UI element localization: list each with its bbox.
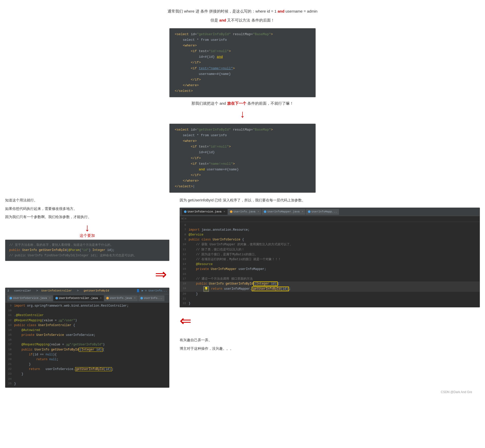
lcontent-19: 💡 return userInfoMapper.getUserInfoById(… [189,286,479,292]
arrow-left-section: ⇐ [180,313,480,329]
line-content-20: return null; [14,357,168,362]
lcontent-7: import javax.annotation.Resource; [189,228,479,232]
tab-close-userinfo-r[interactable]: × [257,210,259,214]
lnum-12: 12 [181,252,189,257]
line-content-10 [14,308,168,313]
line-num-13: 13 [6,323,14,328]
line-content-18: public UserInfo getUserInfoById(Integer … [14,347,168,352]
lnum-20: 20 [181,292,189,297]
tab-label-mapper-short: UserInfo... [144,296,163,301]
ide-s-line-10: 10 // 获取 UserInfoMapper 的对象，使用属性注入的方式就可以… [180,242,480,247]
bottom-note-2: 博主对于这种操作，没兴趣。。。 [180,345,480,352]
line-num-25: 25 [6,382,14,386]
tab-close-mapper-r[interactable]: × [302,210,304,214]
desc2-line1: 知道这个用法就行。 [5,197,169,204]
lcontent-21 [189,297,479,301]
ide-line-13: 13 public class UserInfoController { [5,323,169,328]
intro-line2: 但是 and 又不可以方法 条件的后面！ [5,17,480,24]
lcontent-18: public UserInfo getUserInfoById(Integer … [189,281,479,286]
desc2-line3: 因为我们只有一个参数啊。我们给加参数，才能执行。 [5,213,169,220]
lnum-21: 21 [181,297,189,301]
lcontent-6 [189,223,479,228]
line-content-11: .@RestController [14,313,168,318]
tab-service-active-label: UserInfoService.java [188,210,221,214]
ide-side-indicator: W|e [180,216,480,222]
tab-close-userinfo[interactable]: × [134,296,136,301]
arrow-down-2: ↓ [5,222,169,233]
tab-close-controller[interactable]: × [100,296,102,301]
ide-line-18: 18 public UserInfo getUserInfoById(Integ… [5,347,169,352]
ide-s-line-7: 7 import javax.annotation.Resource; [180,228,480,232]
line-num-14: 14 [6,328,14,333]
ide-line-15: 15 private UserInfoService userInfoServi… [5,333,169,338]
code-block-2-content: <select id="getUserInfoById" resultMap="… [169,124,316,193]
line-content-9: import org.springframework.web.bind.anno… [14,304,168,308]
ide-line-25: 25 } [5,382,169,386]
tab-service-active[interactable]: UserInfoService.java × [182,209,227,215]
code-block-3-wrapper: // 至于方法名称，取的名字，要别人看得懂，知道这个方法是来干什么的。 publ… [5,240,169,261]
ide-s-line-6: 6 [180,223,480,228]
line-num-12: 12 [6,318,14,323]
lcontent-8: @Service [189,232,479,237]
desc1-text: 那我们就把这个 and 放在下一个 条件的前面，不就行了嘛！ [5,100,480,107]
line-content-16 [14,338,168,342]
tab-userinfo-service[interactable]: UserInfoService.java × [7,295,53,301]
lnum-19: 19 [181,286,189,292]
tab-userinfo-java-r-label: UserInfo.java [234,210,256,214]
arrow-section: ⇒ [5,266,169,283]
tab-mapper-r[interactable]: UserInfoMapper.java × [262,209,305,215]
line-content-13: public class UserInfoController { [14,323,168,328]
ide-line-10: 10 [5,308,169,313]
tab-userinfo-java-r[interactable]: UserInfo.java × [228,209,261,215]
arrow-label: 这个要加 [5,233,169,238]
ide-line-19: 19 if(id == null){ [5,352,169,357]
tab-close-service-active[interactable]: × [224,210,225,214]
intro-section: 通常我们 where 进 条件 拼接的时候，是这么写的：where id = 1… [5,8,480,24]
tab-userinfo-mapper-r-label: UserInfoMapp... [312,210,337,214]
lcontent-9: public class UserInfoService { [189,237,479,242]
ide-s-line-18: 18 public UserInfo getUserInfoById(Integ… [180,281,480,286]
tab-label-userinfo: UserInfo.java [110,296,132,301]
lnum-11: 11 [181,247,189,252]
lnum-18: 18 [181,281,189,286]
line-num-18: 18 [6,347,14,352]
line-num-15: 15 [6,333,14,338]
breadcrumb-bar: 2 controller > UserInfoController > getU… [5,288,169,294]
ide-s-line-17: 17 // 通过一个方法去调用 接口里面的方法 [180,277,480,281]
tab-userinfo-mapper-r[interactable]: UserInfoMapp... [306,209,339,215]
bottom-notes: 有兴趣自己弄一弄。 博主对于这种操作，没兴趣。。。 [180,337,480,352]
arrow-left-icon: ⇐ [180,313,191,329]
line-num-24: 24 [6,377,14,382]
tab-icon-userinfo-r [230,210,232,213]
lcontent-20: } [189,292,479,297]
tab-userinfo-mapper-short[interactable]: UserInfo... [138,295,165,301]
ide-line-23: 23 } [5,372,169,377]
ide-line-24: 24 [5,377,169,382]
desc2-line2: 如果你想代码执行起来，需要修改很多地方。 [5,205,169,212]
left-column: 知道这个用法就行。 如果你想代码执行起来，需要修改很多地方。 因为我们只有一个参… [5,195,169,388]
description-1: 那我们就把这个 and 放在下一个 条件的前面，不就行了嘛！ ↓ [5,100,480,119]
line-num-17: 17 [6,342,14,347]
right-desc: 因为 getUserInfoById 已经 深入程序了，所以，我们要在每一层代码… [180,197,480,204]
tab-userinfo-java[interactable]: UserInfo.java × [104,295,138,301]
tab-icon-mapper-r [264,210,266,213]
tab-label-service: UserInfoService.java [13,296,47,301]
tab-icon-userinfo [106,297,109,299]
ide-s-line-16: 16 [180,272,480,277]
arrow-right-icon: ⇒ [155,266,167,283]
right-column: 因为 getUserInfoById 已经 深入程序了，所以，我们要在每一层代码… [174,195,480,354]
lcontent-13: // 在项目运行的时候，MyBatis的接口 就是一个对象！！！ [189,257,479,262]
lcontent-16 [189,272,479,277]
lnum-14: 14 [181,262,189,267]
ide-line-17: 17 @RequestMapping(value = ≈ω"/getUserIn… [5,342,169,347]
lcontent-10: // 获取 UserInfoMapper 的对象，使用属性注入的方式就可以了。 [189,242,479,247]
line-num-22: 22 [6,367,14,372]
ide-line-14: 14 @Autowired [5,328,169,333]
lcontent-14: @Resource [189,262,479,267]
tab-userinfo-controller[interactable]: UserInfoController.java × [53,295,104,301]
tab-close-service[interactable]: × [49,296,51,301]
line-content-23: } [14,372,168,377]
ide-line-16: 16 [5,338,169,342]
ide-s-line-21: 21 [180,297,480,301]
ide-content-controller: 9 import org.springframework.web.bind.an… [5,303,169,387]
